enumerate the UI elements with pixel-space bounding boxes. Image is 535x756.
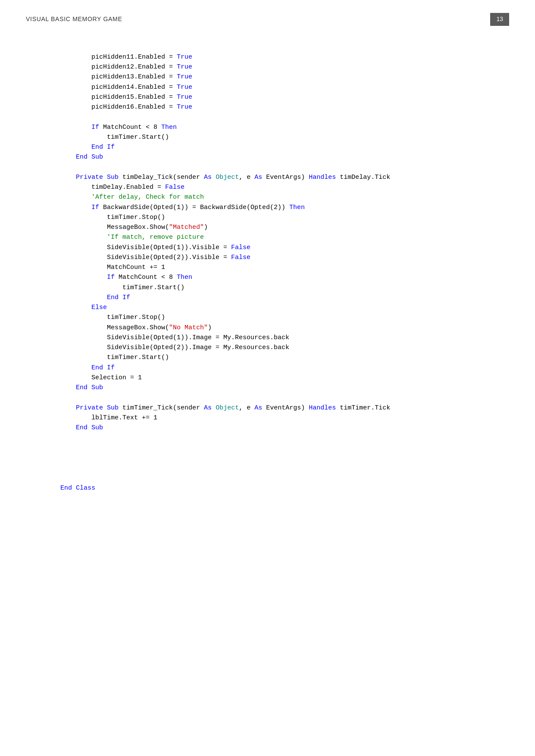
code-line: End Sub [60, 424, 103, 431]
keyword-as: As [204, 174, 212, 181]
keyword-endif: End If [91, 144, 115, 151]
code-line: Private Sub timTimer_Tick(sender As Obje… [60, 404, 390, 412]
comment-ifmatch: 'If match, remove picture [107, 234, 204, 241]
code-line: End Sub [60, 153, 103, 161]
code-line: SideVisible(Opted(1)).Image = My.Resourc… [60, 334, 289, 341]
keyword-endif2: End If [107, 294, 130, 301]
code-line: End If [60, 294, 130, 301]
keyword-endsub: End Sub [76, 153, 103, 161]
code-line: timTimer.Stop() [60, 214, 165, 221]
code-line: SideVisible(Opted(1)).Visible = False [60, 244, 250, 251]
keyword-endsub2: End Sub [76, 384, 103, 391]
code-line: Private Sub timDelay_Tick(sender As Obje… [60, 174, 390, 181]
code-line: timDelay.Enabled = False [60, 184, 185, 191]
type-object: Object [216, 174, 239, 181]
code-line: lblTime.Text += 1 [60, 414, 157, 422]
page-number: 13 [490, 13, 509, 26]
page-header: VISUAL BASIC MEMORY GAME 13 [26, 13, 509, 26]
code-line: End Sub [60, 384, 103, 391]
code-line: End If [60, 364, 115, 372]
code-line: End Class [60, 484, 95, 492]
keyword-endif3: End If [91, 364, 115, 372]
code-block: picHidden11.Enabled = True picHidden12.E… [26, 38, 509, 518]
keyword-handles: Handles [309, 174, 336, 181]
keyword-true: True [177, 84, 192, 91]
type-object2: Object [216, 404, 239, 412]
code-line: picHidden16.Enabled = True [60, 103, 192, 111]
keyword-true: True [177, 94, 192, 101]
keyword-true: True [177, 53, 192, 61]
keyword-private2: Private [76, 404, 103, 412]
keyword-false3: False [231, 254, 250, 261]
code-line: timTimer.Start() [60, 284, 185, 291]
keyword-if2: If [91, 204, 99, 211]
code-line: picHidden12.Enabled = True [60, 63, 192, 71]
keyword-false2: False [231, 244, 250, 251]
keyword-handles2: Handles [309, 404, 336, 412]
document-title: VISUAL BASIC MEMORY GAME [26, 15, 122, 24]
code-line: MatchCount += 1 [60, 264, 165, 271]
page: VISUAL BASIC MEMORY GAME 13 picHidden11.… [0, 0, 535, 756]
code-line: MessageBox.Show("No Match") [60, 324, 212, 331]
keyword-if3: If [107, 274, 115, 281]
code-line: picHidden13.Enabled = True [60, 73, 192, 81]
keyword-as2: As [254, 174, 262, 181]
code-line: If MatchCount < 8 Then [60, 274, 192, 281]
keyword-as3: As [204, 404, 212, 412]
code-line: If BackwardSide(Opted(1)) = BackwardSide… [60, 204, 305, 211]
comment-afterdelay: 'After delay, Check for match [91, 194, 204, 201]
code-line: timTimer.Stop() [60, 314, 165, 321]
code-line: 'If match, remove picture [60, 234, 204, 241]
code-line: 'After delay, Check for match [60, 194, 204, 201]
keyword-then: Then [161, 124, 177, 131]
code-line: If MatchCount < 8 Then [60, 124, 177, 131]
string-nomatch: "No Match" [169, 324, 208, 331]
keyword-then2: Then [289, 204, 305, 211]
keyword-true: True [177, 103, 192, 111]
code-line: MessageBox.Show("Matched") [60, 224, 208, 231]
keyword-endclass: End Class [60, 484, 95, 492]
keyword-sub2: Sub [107, 404, 119, 412]
keyword-then3: Then [177, 274, 192, 281]
code-line: timTimer.Start() [60, 354, 169, 361]
keyword-as4: As [254, 404, 262, 412]
code-line: picHidden11.Enabled = True [60, 53, 192, 61]
code-line: SideVisible(Opted(2)).Visible = False [60, 254, 250, 261]
code-line: End If [60, 144, 115, 151]
keyword-endsub3: End Sub [76, 424, 103, 431]
code-line: picHidden15.Enabled = True [60, 94, 192, 101]
code-line: Else [60, 304, 107, 311]
keyword-if: If [91, 124, 99, 131]
code-line: picHidden14.Enabled = True [60, 84, 192, 91]
string-matched: "Matched" [169, 224, 204, 231]
keyword-true: True [177, 63, 192, 71]
keyword-true: True [177, 73, 192, 81]
keyword-else: Else [91, 304, 107, 311]
code-line: Selection = 1 [60, 374, 142, 381]
keyword-private: Private [76, 174, 103, 181]
keyword-false: False [165, 184, 185, 191]
code-line: SideVisible(Opted(2)).Image = My.Resourc… [60, 344, 289, 351]
code-line: timTimer.Start() [60, 134, 169, 141]
keyword-sub: Sub [107, 174, 119, 181]
